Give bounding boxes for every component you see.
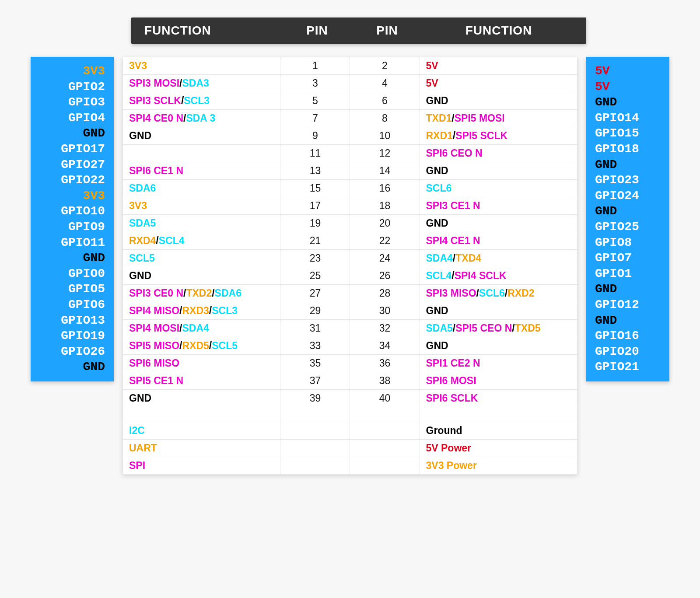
- legend-left-cell: I2C: [123, 422, 280, 440]
- function-part: RXD2: [508, 287, 534, 299]
- sidebar-left-label: 3V3: [35, 64, 105, 79]
- function-part: SDA3: [182, 77, 209, 89]
- function-right-cell: GND: [420, 337, 578, 355]
- function-part: 3V3: [129, 200, 147, 211]
- function-part: SPI3 SCLK: [129, 95, 181, 106]
- table-row: SPI3 MOSI/SDA3345V: [123, 75, 578, 92]
- pin-right-cell: 2: [350, 57, 420, 75]
- sidebar-right-label: GND: [595, 282, 662, 297]
- empty-cell: [350, 440, 420, 457]
- sidebar-right-label: GPIO18: [595, 142, 662, 157]
- function-right-cell: SPI3 CE1 N: [420, 197, 578, 215]
- table-row: 3V31718SPI3 CE1 N: [123, 197, 578, 215]
- table-row: GND2526SCL4/SPI4 SCLK: [123, 267, 578, 285]
- sidebar-right-label: GND: [595, 204, 662, 219]
- pin-left-cell: 27: [280, 285, 350, 302]
- pin-right-cell: 22: [350, 232, 420, 250]
- function-part: SPI6 MOSI: [426, 375, 476, 386]
- function-part: RXD5: [182, 340, 209, 351]
- function-part: SDA4: [182, 322, 209, 334]
- header-function-left: FUNCTION: [144, 24, 284, 38]
- function-right-cell: GND: [420, 302, 578, 320]
- pin-left-cell: 19: [280, 215, 350, 232]
- function-left-cell: 3V3: [123, 197, 280, 215]
- function-part: SDA6: [215, 287, 242, 299]
- function-part: SPI3 CE1 N: [426, 200, 480, 211]
- pin-left-cell: 31: [280, 320, 350, 337]
- function-part: RXD1: [426, 130, 453, 141]
- function-part: SPI4 MOSI: [129, 322, 179, 334]
- function-part: 3V3: [129, 60, 147, 71]
- sidebar-left-label: GPIO9: [35, 220, 105, 234]
- function-part: 5V: [426, 60, 438, 71]
- table-row: 3V3125V: [123, 57, 578, 75]
- function-right-cell: SCL4/SPI4 SCLK: [420, 267, 578, 285]
- legend-left-cell: UART: [123, 440, 280, 457]
- pin-left-cell: 23: [280, 250, 350, 267]
- sidebar-right-label: GND: [595, 95, 662, 110]
- function-right-cell: SDA5/SPI5 CEO N/TXD5: [420, 320, 578, 337]
- function-part: SDA5: [129, 217, 156, 229]
- sidebar-right-label: GPIO24: [595, 189, 662, 203]
- table-row: SDA51920GND: [123, 215, 578, 232]
- table-row: SPI6 CE1 N1314GND: [123, 162, 578, 180]
- pin-right-cell: 14: [350, 162, 420, 180]
- pin-left-cell: 35: [280, 355, 350, 372]
- header-bar: FUNCTION PIN PIN FUNCTION: [131, 17, 586, 44]
- sidebar-right-label: 5V: [595, 80, 662, 94]
- legend-left-cell: SPI: [123, 457, 280, 475]
- function-part: SPI3 MOSI: [129, 77, 179, 89]
- empty-cell: [280, 407, 350, 422]
- function-left-cell: GND: [123, 390, 280, 407]
- sidebar-left-label: GPIO0: [35, 266, 105, 281]
- function-part: SPI5 SCLK: [455, 130, 508, 141]
- function-right-cell: SPI6 SCLK: [420, 390, 578, 407]
- pin-left-cell: 29: [280, 302, 350, 320]
- sidebar-right-label: GPIO7: [595, 251, 662, 266]
- header-pin-right: PIN: [350, 24, 424, 38]
- function-left-cell: SDA5: [123, 215, 280, 232]
- function-part: SPI5 MISO: [129, 340, 179, 351]
- function-right-cell: RXD1/SPI5 SCLK: [420, 127, 578, 145]
- function-left-cell: SPI3 CE0 N/TXD2/SDA6: [123, 285, 280, 302]
- function-part: UART: [129, 442, 157, 454]
- legend-row: SPI3V3 Power: [123, 457, 578, 475]
- sidebar-right-label: GPIO12: [595, 297, 662, 312]
- table-row-spacer: [123, 407, 578, 422]
- pin-right-cell: 38: [350, 372, 420, 390]
- function-left-cell: SPI6 CE1 N: [123, 162, 280, 180]
- function-right-cell: SPI6 CEO N: [420, 145, 578, 162]
- pin-left-cell: 3: [280, 75, 350, 92]
- pin-left-cell: 17: [280, 197, 350, 215]
- table-row: SPI6 MISO3536SPI1 CE2 N: [123, 355, 578, 372]
- table-row: SPI4 MOSI/SDA43132SDA5/SPI5 CEO N/TXD5: [123, 320, 578, 337]
- function-part: SPI3 CE0 N: [129, 287, 183, 299]
- sidebar-left-label: GND: [35, 251, 105, 266]
- sidebar-left-label: GND: [35, 126, 105, 141]
- function-part: SPI: [129, 460, 145, 471]
- function-right-cell: 5V: [420, 57, 578, 75]
- sidebar-right-label: 5V: [595, 64, 662, 79]
- pin-right-cell: 18: [350, 197, 420, 215]
- function-part: SPI5 CE1 N: [129, 375, 183, 386]
- sidebar-left-label: GPIO6: [35, 297, 105, 312]
- function-part: RXD3: [182, 305, 209, 316]
- pin-right-cell: 12: [350, 145, 420, 162]
- sidebar-left-label: GPIO17: [35, 142, 105, 157]
- header-pin-left: PIN: [284, 24, 350, 38]
- sidebar-left-label: GPIO27: [35, 157, 105, 172]
- function-part: GND: [129, 130, 151, 141]
- function-right-cell: SPI1 CE2 N: [420, 355, 578, 372]
- function-part: GND: [426, 305, 448, 316]
- sidebar-left-label: GPIO10: [35, 204, 105, 219]
- function-part: Ground: [426, 425, 462, 436]
- function-part: TXD1: [426, 112, 452, 124]
- function-part: SDA4: [426, 252, 453, 264]
- pin-right-cell: 16: [350, 180, 420, 197]
- function-part: TXD2: [186, 287, 212, 299]
- function-part: GND: [426, 165, 448, 176]
- function-right-cell: SPI6 MOSI: [420, 372, 578, 390]
- sidebar-left-label: GPIO26: [35, 344, 105, 359]
- sidebar-left-label: GPIO22: [35, 173, 105, 188]
- pin-right-cell: 40: [350, 390, 420, 407]
